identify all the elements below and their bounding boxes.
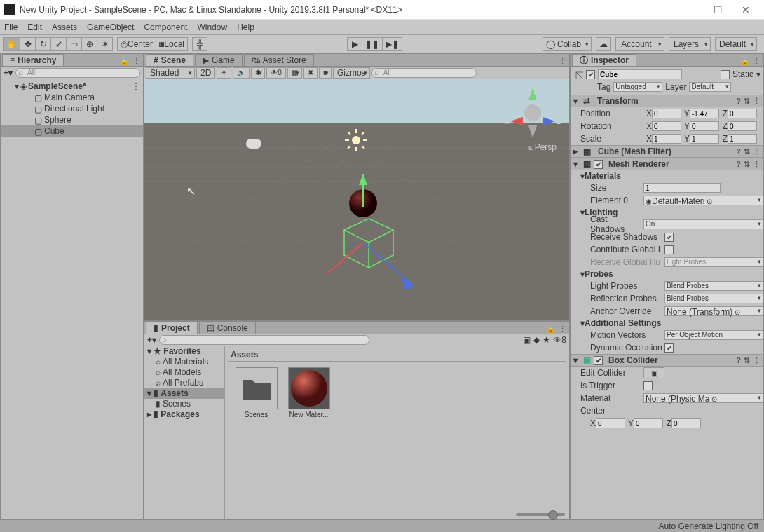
pause-button[interactable]: ❚❚ xyxy=(362,37,383,51)
project-search-input[interactable] xyxy=(159,335,369,345)
grid-snap-button[interactable]: ╬ xyxy=(192,37,207,51)
camera-dropdown[interactable]: ■ xyxy=(319,67,332,79)
menu-edit[interactable]: Edit xyxy=(27,22,42,32)
pivot-center-button[interactable]: ◎Center xyxy=(117,37,156,51)
scene-root[interactable]: ▾ ◈ SampleScene* ⋮ xyxy=(1,81,143,92)
tab-inspector[interactable]: ⓘInspector xyxy=(572,54,636,66)
hidden-items-button[interactable]: 👁8 xyxy=(553,335,566,345)
boxcollider-component-header[interactable]: ▾▣ ✔ Box Collider ?⇅⋮ xyxy=(571,354,763,367)
hierarchy-search-input[interactable]: All xyxy=(15,68,140,78)
component-menu-button[interactable]: ⋮ xyxy=(753,356,760,365)
hierarchy-create-button[interactable]: +▾ xyxy=(4,68,13,78)
asset-folder-item[interactable]: ▮ Scenes xyxy=(144,399,224,409)
pos-y-input[interactable] xyxy=(690,109,719,118)
cast-shadows-dropdown[interactable]: On xyxy=(643,219,763,229)
contribute-gi-checkbox[interactable] xyxy=(664,245,674,254)
receive-shadows-checkbox[interactable]: ✔ xyxy=(664,233,674,242)
close-button[interactable]: ✕ xyxy=(732,4,760,15)
inspector-menu-button[interactable]: ⋮ xyxy=(753,57,760,66)
preset-icon[interactable]: ⇅ xyxy=(744,160,750,169)
asset-item-material[interactable]: New Mater... xyxy=(286,367,332,418)
preset-icon[interactable]: ⇅ xyxy=(744,147,750,156)
grid-size-slider[interactable] xyxy=(516,513,565,516)
layer-dropdown[interactable]: Default xyxy=(689,82,731,92)
pos-x-input[interactable] xyxy=(652,109,681,118)
shading-mode-dropdown[interactable]: Shaded xyxy=(146,67,195,79)
scene-search-input[interactable]: All xyxy=(371,68,477,78)
light-probes-dropdown[interactable]: Blend Probes xyxy=(664,281,763,291)
help-icon[interactable]: ? xyxy=(736,147,741,156)
selected-object-gizmo[interactable] xyxy=(327,174,439,320)
favorite-item[interactable]: ⌕ All Prefabs xyxy=(144,378,224,388)
scene-viewport[interactable]: x y z ≤ Persp xyxy=(144,79,569,320)
minimize-button[interactable]: — xyxy=(676,4,704,15)
tab-console[interactable]: ▤Console xyxy=(199,322,256,334)
center-y-input[interactable] xyxy=(634,418,663,428)
maximize-button[interactable]: ☐ xyxy=(704,4,732,15)
lighting-status-text[interactable]: Auto Generate Lighting Off xyxy=(658,521,758,531)
account-dropdown[interactable]: Account xyxy=(615,37,664,51)
foldout-icon[interactable]: ▾ xyxy=(15,81,19,91)
gizmos-dropdown[interactable]: Gizmos xyxy=(333,67,370,79)
scl-y-input[interactable] xyxy=(690,134,719,144)
save-search-button[interactable]: ★ xyxy=(543,335,550,345)
tools-toggle[interactable]: ✖ xyxy=(303,67,318,79)
collider-material-field[interactable]: None (Physic Ma ⊙ xyxy=(643,393,763,403)
boxcollider-enabled-checkbox[interactable]: ✔ xyxy=(594,356,603,365)
hierarchy-item[interactable]: ▢ Sphere xyxy=(1,114,143,125)
layout-dropdown[interactable]: Default xyxy=(715,37,757,51)
cloud-button[interactable]: ☁ xyxy=(596,37,611,51)
projection-label[interactable]: ≤ Persp xyxy=(528,142,557,152)
help-icon[interactable]: ? xyxy=(736,160,741,169)
favorite-item[interactable]: ⌕ All Models xyxy=(144,367,224,378)
scene-menu-button[interactable]: ⋮ xyxy=(132,81,140,91)
component-menu-button[interactable]: ⋮ xyxy=(753,97,760,106)
breadcrumb[interactable]: Assets xyxy=(228,349,566,362)
hierarchy-item[interactable]: ▢ Main Camera xyxy=(1,92,143,103)
menu-component[interactable]: Component xyxy=(144,22,187,32)
static-dropdown-icon[interactable]: ▾ xyxy=(756,69,760,79)
component-menu-button[interactable]: ⋮ xyxy=(753,147,760,156)
step-button[interactable]: ▶❚ xyxy=(383,37,402,51)
hand-tool-button[interactable]: ✋ xyxy=(3,37,20,51)
tab-game[interactable]: ▶Game xyxy=(195,54,243,66)
scale-tool-button[interactable]: ⤢ xyxy=(51,37,67,51)
play-button[interactable]: ▶ xyxy=(347,37,362,51)
center-x-input[interactable] xyxy=(596,418,625,428)
hierarchy-item-selected[interactable]: ▢ Cube xyxy=(1,125,143,137)
favorites-header[interactable]: ▾ ★ Favorites xyxy=(144,346,224,357)
transform-component-header[interactable]: ▾⇄ Transform ?⇅⋮ xyxy=(571,95,763,107)
edit-collider-button[interactable]: ▣ xyxy=(643,367,664,378)
motion-vectors-dropdown[interactable]: Per Object Motion xyxy=(664,330,763,340)
tag-dropdown[interactable]: Untagged xyxy=(613,82,662,92)
menu-help[interactable]: Help xyxy=(237,22,254,32)
preset-icon[interactable]: ⇅ xyxy=(744,97,750,106)
menu-file[interactable]: File xyxy=(4,22,18,32)
asset-item-folder[interactable]: Scenes xyxy=(233,367,279,418)
pivot-local-button[interactable]: ◙Local xyxy=(156,37,188,51)
audio-toggle[interactable]: 🔈 xyxy=(233,67,250,79)
tab-asset-store[interactable]: 🛍Asset Store xyxy=(244,54,314,66)
menu-window[interactable]: Window xyxy=(197,22,227,32)
gameobject-active-checkbox[interactable]: ✔ xyxy=(586,70,595,79)
hidden-toggle[interactable]: 👁0 xyxy=(266,67,286,79)
lighting-toggle[interactable]: ☀ xyxy=(217,67,231,79)
static-checkbox[interactable] xyxy=(721,70,730,79)
materials-size-input[interactable] xyxy=(643,183,721,193)
camera-settings[interactable]: ▦ xyxy=(287,67,302,79)
rot-y-input[interactable] xyxy=(690,121,719,131)
transform-tool-button[interactable]: ⊕ xyxy=(82,37,97,51)
hierarchy-lock-icon[interactable]: 🔒 xyxy=(120,57,130,66)
is-trigger-checkbox[interactable] xyxy=(643,381,653,390)
menu-gameobject[interactable]: GameObject xyxy=(87,22,134,32)
custom-tool-button[interactable]: ✶ xyxy=(97,37,113,51)
meshrenderer-component-header[interactable]: ▾▦ ✔ Mesh Renderer ?⇅⋮ xyxy=(571,158,763,170)
rect-tool-button[interactable]: ▭ xyxy=(67,37,82,51)
scl-x-input[interactable] xyxy=(652,134,681,144)
material-element0-field[interactable]: ◉Default-Materi ⊙ xyxy=(643,196,763,205)
tab-hierarchy[interactable]: ≡ Hierarchy xyxy=(2,54,64,66)
pos-z-input[interactable] xyxy=(728,109,757,118)
tab-scene[interactable]: #Scene xyxy=(146,54,193,66)
scene-menu-button[interactable]: ⋮ xyxy=(559,57,566,66)
search-by-type-button[interactable]: ▣ xyxy=(523,335,531,345)
